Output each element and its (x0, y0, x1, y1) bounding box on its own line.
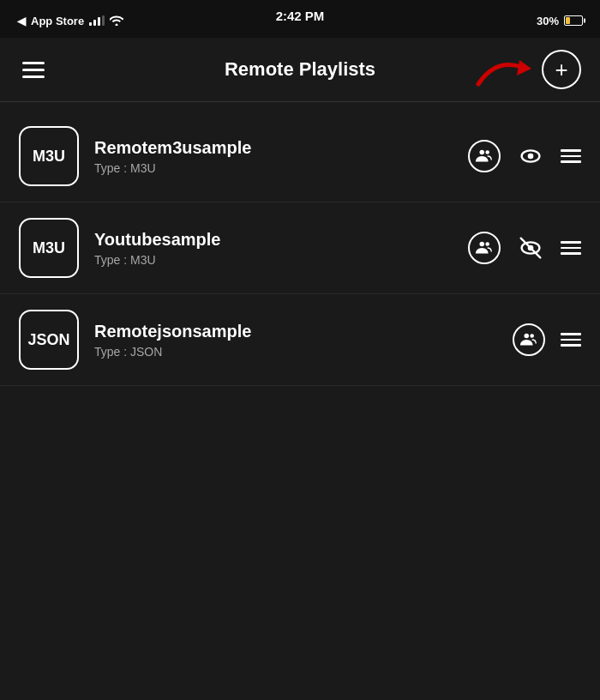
svg-marker-0 (517, 60, 531, 75)
svg-point-1 (480, 150, 485, 155)
battery-percent: 30% (537, 15, 559, 27)
status-right: 30% (537, 15, 583, 27)
add-button-container: + (542, 50, 581, 89)
item-menu-button[interactable] (561, 333, 581, 347)
playlist-name: Remotejsonsample (94, 322, 497, 341)
playlist-type-label: Type : JSON (94, 345, 497, 359)
battery-icon (564, 15, 583, 26)
playlist-info: RemotejsonsampleType : JSON (94, 322, 497, 359)
svg-point-10 (525, 334, 530, 339)
playlist-name: Remotem3usample (94, 138, 453, 158)
people-icon[interactable] (468, 232, 501, 264)
item-menu-button[interactable] (561, 241, 581, 255)
hamburger-menu-button[interactable] (19, 58, 48, 81)
status-left: ◀ App Store (17, 15, 123, 27)
playlist-actions (468, 232, 581, 264)
svg-point-11 (530, 334, 534, 338)
svg-point-4 (528, 154, 534, 160)
playlist-actions (468, 140, 581, 172)
type-badge: M3U (19, 126, 79, 186)
wifi-icon (110, 15, 123, 26)
svg-point-6 (485, 242, 489, 246)
page-title: Remote Playlists (225, 58, 375, 81)
svg-point-2 (485, 150, 489, 154)
type-badge: JSON (19, 310, 79, 370)
playlist-info: YoutubesampleType : M3U (94, 230, 453, 267)
item-menu-button[interactable] (561, 149, 581, 163)
playlist-info: Remotem3usampleType : M3U (94, 138, 453, 175)
playlist-item: M3UYoutubesampleType : M3U (0, 202, 600, 294)
nav-bar: Remote Playlists + (0, 38, 600, 102)
carrier-label: App Store (31, 15, 84, 27)
status-time: 2:42 PM (276, 9, 325, 23)
svg-point-5 (480, 242, 485, 247)
type-badge: M3U (19, 218, 79, 278)
svg-line-9 (521, 238, 541, 258)
playlist-list: M3URemotem3usampleType : M3U M3UYoutubes… (0, 102, 600, 395)
playlist-type-label: Type : M3U (94, 253, 453, 267)
add-playlist-button[interactable]: + (542, 50, 581, 89)
people-icon[interactable] (468, 140, 501, 172)
playlist-item: M3URemotem3usampleType : M3U (0, 111, 600, 202)
playlist-name: Youtubesample (94, 230, 453, 250)
status-bar: ◀ App Store 2:42 PM 30% (0, 0, 600, 38)
playlist-type-label: Type : M3U (94, 161, 453, 175)
back-arrow: ◀ (17, 15, 26, 27)
playlist-item: JSONRemotejsonsampleType : JSON (0, 294, 600, 386)
people-icon[interactable] (513, 323, 545, 356)
arrow-annotation (470, 41, 538, 93)
signal-bars (89, 15, 105, 26)
playlist-actions (513, 323, 581, 356)
eye-icon[interactable] (516, 142, 545, 171)
eye-striked-icon[interactable] (516, 233, 545, 262)
